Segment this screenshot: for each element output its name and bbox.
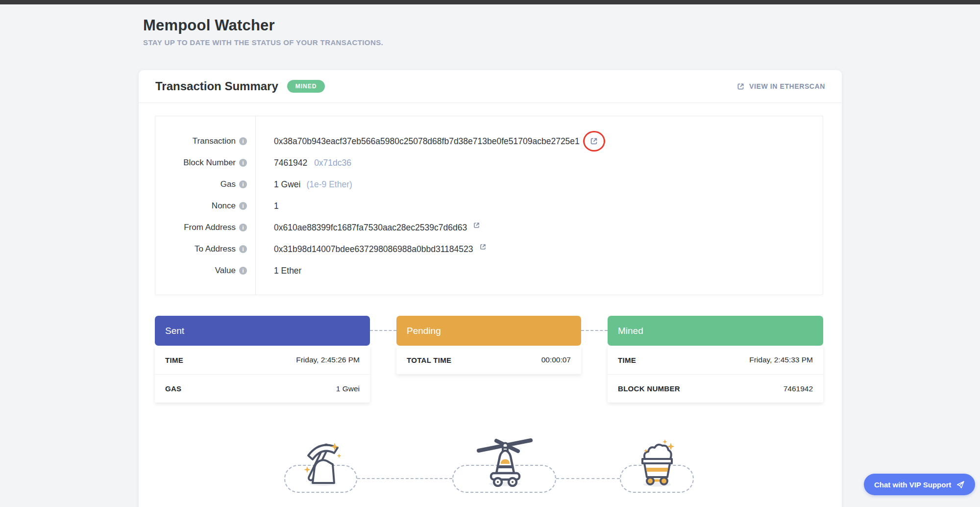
value-label: Value: [215, 266, 236, 276]
external-link-icon: [736, 82, 745, 91]
detail-row-gas: Gas i 1 Gwei (1e-9 Ether): [155, 174, 823, 195]
block-number-label: Block Number: [183, 158, 236, 168]
info-icon[interactable]: i: [239, 137, 247, 145]
status-badge: MINED: [287, 80, 325, 93]
top-window-bar: [0, 0, 980, 4]
detail-row-value: Value i 1 Ether: [155, 260, 823, 281]
stage-card-mined: Mined TIME Friday, 2:45:33 PM BLOCK NUMB…: [608, 316, 823, 403]
stage-connector: [581, 330, 608, 331]
annotation-red-circle: [583, 131, 605, 152]
transaction-summary-card: Transaction Summary MINED VIEW IN ETHERS…: [139, 70, 842, 507]
stage-card-pending: Pending TOTAL TIME 00:00:07: [396, 316, 581, 374]
nonce-label: Nonce: [212, 201, 236, 211]
info-icon[interactable]: i: [239, 180, 247, 188]
stage-row: TIME Friday, 2:45:26 PM: [155, 346, 370, 374]
detail-row-from-address: From Address i 0x610ae88399fc1687fa7530a…: [155, 217, 823, 238]
info-icon[interactable]: i: [239, 202, 247, 210]
stage-connector: [370, 330, 396, 331]
transaction-hash: 0x38a70b943eacf37eb566a5980c25078d68fb7d…: [274, 136, 580, 147]
to-address-label: To Address: [195, 244, 236, 254]
page-subtitle: STAY UP TO DATE WITH THE STATUS OF YOUR …: [143, 38, 383, 47]
from-address-label: From Address: [184, 223, 236, 232]
stage-row: TIME Friday, 2:45:33 PM: [608, 346, 823, 374]
detail-row-nonce: Nonce i 1: [155, 195, 823, 217]
page-title: Mempool Watcher: [143, 17, 383, 34]
info-icon[interactable]: i: [239, 245, 247, 253]
stage-row: BLOCK NUMBER 7461942: [608, 374, 823, 403]
send-icon: [956, 481, 965, 489]
gas-label: Gas: [220, 179, 236, 189]
nonce-value: 1: [274, 201, 279, 211]
to-address-value: 0x31b98d14007bdee637298086988a0bbd311845…: [274, 244, 473, 254]
view-in-etherscan-link[interactable]: VIEW IN ETHERSCAN: [736, 82, 825, 91]
stage-row: TOTAL TIME 00:00:07: [396, 346, 581, 374]
info-icon[interactable]: i: [239, 267, 247, 275]
value-value: 1 Ether: [274, 266, 301, 276]
etherscan-label: VIEW IN ETHERSCAN: [749, 82, 825, 90]
transaction-details-panel: Transaction i 0x38a70b943eacf37eb566a598…: [155, 116, 823, 295]
stage-header-mined: Mined: [608, 316, 823, 346]
detail-row-block-number: Block Number i 7461942 0x71dc36: [155, 152, 823, 174]
gas-alt-value: (1e-9 Ether): [306, 179, 352, 190]
pickaxe-rock-icon: [300, 438, 343, 487]
stage-header-pending: Pending: [396, 316, 581, 346]
block-number-value: 7461942: [274, 158, 307, 168]
gas-value: 1 Gwei: [274, 179, 300, 190]
from-address-external-link-icon[interactable]: [473, 222, 480, 229]
info-icon[interactable]: i: [239, 224, 247, 231]
mine-cart-icon: [634, 437, 681, 487]
block-number-hex-link[interactable]: 0x71dc36: [314, 158, 351, 168]
stage-row: GAS 1 Gwei: [155, 374, 370, 403]
stage-header-sent: Sent: [155, 316, 370, 346]
stage-card-sent: Sent TIME Friday, 2:45:26 PM GAS 1 Gwei: [155, 316, 370, 403]
to-address-external-link-icon[interactable]: [479, 243, 487, 251]
chat-with-vip-support-button[interactable]: Chat with VIP Support: [864, 474, 975, 495]
card-header: Transaction Summary MINED VIEW IN ETHERS…: [139, 70, 842, 103]
transaction-external-link-icon[interactable]: [589, 137, 598, 146]
info-icon[interactable]: i: [239, 159, 247, 167]
illustration-connector: [357, 478, 452, 479]
from-address-value: 0x610ae88399fc1687fa7530aac28ec2539c7d6d…: [274, 223, 467, 233]
chat-button-label: Chat with VIP Support: [874, 481, 951, 489]
handcar-icon: [475, 436, 535, 487]
detail-row-to-address: To Address i 0x31b98d14007bdee6372980869…: [155, 238, 823, 260]
transaction-label: Transaction: [193, 136, 236, 146]
detail-row-transaction: Transaction i 0x38a70b943eacf37eb566a598…: [155, 130, 823, 152]
page-header: Mempool Watcher STAY UP TO DATE WITH THE…: [143, 17, 383, 47]
card-title: Transaction Summary: [155, 79, 278, 93]
illustration-connector: [556, 478, 620, 479]
